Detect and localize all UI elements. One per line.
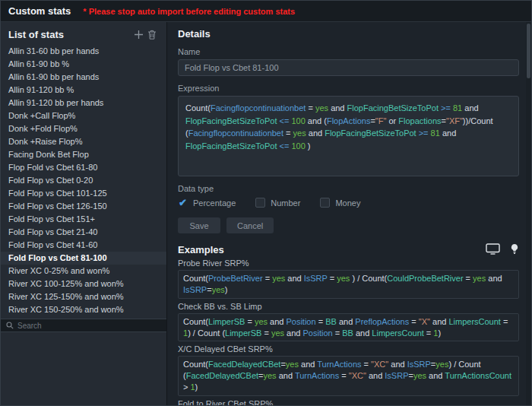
list-item[interactable]: Donk +Fold Flop% [1,122,166,135]
list-item[interactable]: Facing Donk Bet Flop [1,148,166,161]
list-item[interactable]: Fold Flop vs Cbet 41-60 [1,239,166,252]
code-token: "XC" [349,371,366,380]
video-tutorial-button[interactable] [486,243,500,255]
examples-header: Examples [178,243,519,255]
hint-button[interactable] [510,243,519,255]
code-token: >= [416,128,431,138]
code-token: FacedDelayedCBet [186,371,258,380]
code-token: yes [255,317,268,326]
example-title: Check BB vs. SB Limp [178,302,519,311]
code-token: <= [277,116,291,125]
scrollbar-thumb[interactable] [527,24,530,78]
code-token: PreflopActions [355,317,409,326]
code-token: yes [435,360,448,369]
code-token: TurnActionsCount [445,371,511,380]
titlebar: Custom stats * Please stop auto import b… [1,1,531,22]
list-item[interactable]: River XC 150-250% and won% [1,303,166,316]
stat-name-input[interactable] [178,59,519,76]
list-item[interactable]: Allin 91-120 bb per hands [1,97,166,109]
code-token: and [306,128,325,138]
list-item[interactable]: River XC 125-150% and won% [1,290,166,303]
details-title: Details [178,28,519,40]
stats-list: Allin 31-60 bb per handsAllin 61-90 bb %… [1,45,166,316]
code-token: and [285,274,303,283]
code-token: FlopFacingBetSizeToPot [347,103,439,113]
code-token: yes [293,128,306,138]
list-item[interactable]: Fold Flop vs Cbet 81-100 [1,252,166,265]
code-token: IsSRP [385,371,408,380]
scrollbar[interactable] [526,22,531,405]
code-token: CouldProbeBetRiver [387,274,463,283]
list-item[interactable]: Fold Flop vs Cbet 0-20 [1,174,166,187]
list-item[interactable]: Donk +Call Flop% [1,109,166,122]
code-token: = [306,103,315,113]
code-token: LimpersCount [372,328,423,338]
code-token: = [316,317,326,326]
code-token: Count( [183,274,208,283]
code-token: and [462,103,478,113]
warning-text: * Please stop auto import before editing… [83,7,295,16]
code-token: FlopFacingBetSizeToPot [185,116,277,125]
code-token: and [426,371,445,380]
list-item[interactable]: Flop Fold vs Cbet 61-80 [1,161,166,174]
code-token: = [263,274,273,283]
code-token: and [440,128,456,138]
code-token: and [284,328,302,338]
code-token: ))/Count [463,116,493,125]
list-item[interactable]: Fold Flop vs Cbet 21-40 [1,226,166,239]
list-item[interactable]: Allin 61-90 bb per hands [1,71,166,84]
datatype-checkbox-percentage[interactable]: ✔Percentage [178,198,236,208]
example-code: Count(ProbeBetRiver = yes and IsSRP = ye… [178,270,519,299]
example-item: Fold to River CBet SRP%Count(FoldedToRiv… [178,399,519,405]
code-token: FlopFacingBetSizeToPot [185,141,277,151]
code-token: ) / Count [448,360,480,369]
code-token: = [333,328,343,338]
list-item[interactable]: Allin 61-90 bb % [1,58,166,71]
list-item[interactable]: Fold Flop vs Cbet 151+ [1,213,166,226]
example-title: Probe River SRP% [178,259,519,268]
example-code: Count(LimperSB = yes and Position = BB a… [178,313,519,342]
code-token: and [388,360,407,369]
code-token: yes [271,328,284,338]
example-item: Check BB vs. SB LimpCount(LimperSB = yes… [178,302,519,342]
code-token: = [339,371,349,380]
checkbox-unchecked-icon [320,198,330,208]
search-input[interactable] [17,322,161,330]
code-token: ) [195,382,198,392]
delete-stat-button[interactable] [145,27,159,41]
monitor-icon [486,243,500,255]
datatype-label: Data type [178,184,519,193]
list-item[interactable]: Allin 91-120 bb % [1,84,166,97]
datatype-checkbox-number[interactable]: Number [255,198,300,208]
code-token: yes [337,274,350,283]
code-token: yes [264,371,277,380]
list-item[interactable]: River XC 100-125% and won% [1,278,166,290]
code-token: >= [439,103,453,113]
code-token: = [261,328,271,338]
code-token: and [366,371,385,380]
expression-editor[interactable]: Count(Facingflopcontinuationbet = yes an… [178,96,519,176]
code-token: LimpersCount [448,317,500,326]
code-token: = [501,317,508,326]
code-token: = [362,360,372,369]
code-token: Position [302,328,332,338]
list-item[interactable]: Fold Flop vs Cbet 101-125 [1,187,166,200]
save-button[interactable]: Save [178,217,220,233]
cancel-button[interactable]: Cancel [226,217,274,233]
code-token: "XF" [446,116,463,125]
code-token: = [328,274,337,283]
list-item[interactable]: Donk +Raise Flop% [1,135,166,148]
list-item[interactable]: Fold Flop vs Cbet 126-150 [1,200,166,213]
add-stat-button[interactable] [131,27,145,41]
search-box[interactable] [1,319,166,332]
code-token: and [268,317,286,326]
code-token: BB [342,328,353,338]
code-token: "F" [375,116,387,125]
search-icon [6,322,14,329]
list-item[interactable]: Allin 31-60 bb per hands [1,45,166,58]
code-token: 100 [291,116,305,125]
code-token: = [245,317,255,326]
datatype-checkbox-money[interactable]: Money [320,198,360,208]
list-item[interactable]: River XC 0-25% and won% [1,265,166,278]
code-token: or [386,116,398,125]
